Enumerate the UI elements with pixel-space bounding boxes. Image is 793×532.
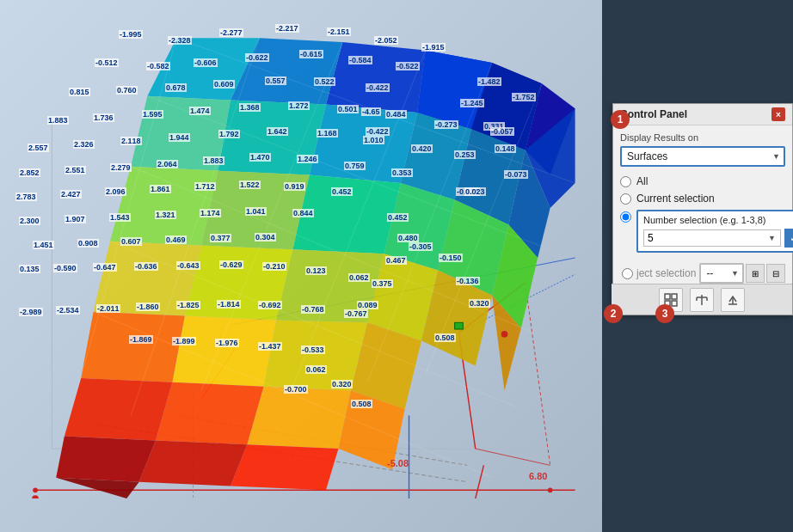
radio-object-selection-input[interactable]	[622, 268, 633, 279]
mesh-value: 0.353	[391, 168, 413, 177]
mesh-value: 0.148	[495, 144, 516, 153]
svg-point-68	[501, 331, 508, 338]
mesh-value: 0.815	[69, 88, 90, 96]
mesh-value: 1.174	[200, 209, 221, 217]
toolbar-icon3-button[interactable]	[721, 288, 745, 312]
mesh-value: 0.844	[292, 209, 314, 217]
mesh-value: 2.427	[60, 190, 82, 199]
panel-title: Control Panel	[620, 108, 687, 120]
object-dropdown-wrapper: --	[699, 263, 744, 284]
object-selection-input-wrapper: -- ⊞ ⊟	[699, 263, 785, 284]
mesh-value: -1.437	[258, 342, 282, 351]
svg-marker-54	[56, 437, 156, 482]
object-selection-dropdown[interactable]: --	[699, 263, 744, 284]
number-selection-confirm-button[interactable]: ✓	[784, 229, 793, 248]
axis-value: 6.80	[529, 471, 547, 481]
mesh-value: -0.768	[301, 305, 325, 314]
mesh-value: -1.976	[215, 339, 239, 347]
mesh-value: 0.484	[385, 110, 407, 119]
mesh-value: 2.557	[28, 144, 49, 152]
balance-icon	[695, 293, 709, 307]
svg-point-14	[548, 487, 553, 492]
mesh-value: 1.368	[239, 103, 261, 112]
mesh-value: -0.522	[396, 62, 420, 70]
mesh-value: 1.907	[65, 215, 86, 223]
mesh-value: 2.551	[65, 166, 86, 174]
svg-rect-70	[665, 294, 670, 299]
radio-current-selection-label: Current selection	[636, 193, 715, 205]
mesh-value: -0.582	[146, 62, 170, 70]
mesh-value: -1.915	[421, 43, 446, 52]
mesh-value: 0.320	[469, 299, 490, 308]
mesh-value: 1.595	[142, 110, 163, 119]
toolbar-icon2-button[interactable]	[690, 288, 714, 312]
mesh-value: -2.217	[275, 24, 299, 33]
mesh-value: -1.825	[176, 301, 200, 309]
mesh-value: 0.304	[255, 233, 276, 242]
mesh-value: 0.123	[305, 266, 327, 275]
mesh-value: -0.422	[366, 83, 390, 92]
svg-marker-53	[139, 440, 248, 486]
mesh-value: 0.607	[120, 237, 142, 246]
svg-marker-47	[247, 387, 351, 449]
mesh-value: 0.609	[213, 80, 235, 89]
mesh-value: 0.557	[265, 76, 286, 85]
mesh-value: 1.736	[93, 113, 114, 122]
radio-current-selection[interactable]: Current selection	[620, 193, 785, 205]
mesh-value: 0.089	[357, 301, 378, 309]
surfaces-dropdown[interactable]: Surfaces Beams Members	[620, 146, 785, 167]
mesh-value: -0.305	[409, 242, 433, 251]
mesh-value: -0.273	[434, 120, 458, 129]
control-panel: Control Panel × Display Results on Surfa…	[612, 103, 793, 315]
mesh-value: 1.041	[245, 207, 267, 216]
mesh-value: -2.989	[19, 308, 43, 316]
mesh-value: 0.501	[337, 105, 359, 113]
mesh-value: 0.908	[77, 239, 99, 248]
mesh-value: -0.615	[299, 50, 323, 58]
mesh-value: -2.151	[327, 28, 351, 36]
radio-number-selection-input[interactable]	[620, 211, 631, 223]
mesh-value: -4.65	[361, 107, 381, 116]
mesh-value: 0.452	[387, 213, 409, 222]
object-selection-controls: -- ⊞ ⊟	[699, 263, 785, 284]
mesh-value: -2.328	[168, 36, 192, 45]
mesh-value: 0.919	[284, 182, 305, 191]
display-results-label: Display Results on	[620, 132, 785, 143]
close-button[interactable]: ×	[771, 107, 785, 121]
svg-marker-51	[231, 444, 339, 490]
number-selection-input[interactable]	[643, 229, 781, 247]
mesh-value: 2.852	[19, 168, 40, 177]
svg-marker-37	[276, 249, 384, 322]
radio-object-label: ject selection	[636, 267, 696, 279]
mesh-value: -2.534	[56, 306, 80, 315]
object-selection-icon1-button[interactable]: ⊞	[746, 264, 765, 283]
radio-all[interactable]: All	[620, 175, 785, 187]
svg-rect-73	[672, 301, 677, 306]
mesh-value: 1.642	[267, 127, 288, 136]
radio-number-selection[interactable]: Number selection (e.g. 1-3,8) ✓ ▼	[620, 210, 785, 258]
mesh-value: 1.944	[169, 133, 190, 142]
mesh-value: 2.326	[73, 140, 95, 149]
mesh-svg	[0, 17, 602, 498]
mesh-value: -1.482	[477, 77, 501, 86]
radio-all-input[interactable]	[620, 176, 631, 187]
object-selection-icon2-button[interactable]: ⊟	[766, 264, 785, 283]
axis-value: -5.08	[387, 458, 409, 468]
mesh-value: 1.474	[189, 107, 211, 115]
mesh-value: 0.062	[348, 273, 370, 282]
radio-current-selection-input[interactable]	[620, 193, 631, 205]
mesh-value: -0.692	[258, 301, 282, 309]
mesh-value: 0.760	[116, 86, 138, 95]
mesh-value: 2.279	[110, 163, 132, 172]
surfaces-dropdown-wrapper: Surfaces Beams Members	[620, 146, 785, 167]
svg-marker-50	[156, 382, 264, 444]
mesh-value: 1.246	[297, 155, 318, 163]
svg-marker-20	[326, 42, 426, 113]
mesh-value: -1.814	[217, 300, 241, 309]
mesh-value: 0.062	[305, 365, 327, 374]
mesh-value: 2.118	[120, 137, 142, 145]
surfaces-dropdown-row: Surfaces Beams Members	[620, 146, 785, 167]
mesh-value: 0.508	[434, 333, 456, 342]
svg-line-7	[476, 465, 484, 498]
mesh-value: -1.752	[512, 93, 536, 101]
